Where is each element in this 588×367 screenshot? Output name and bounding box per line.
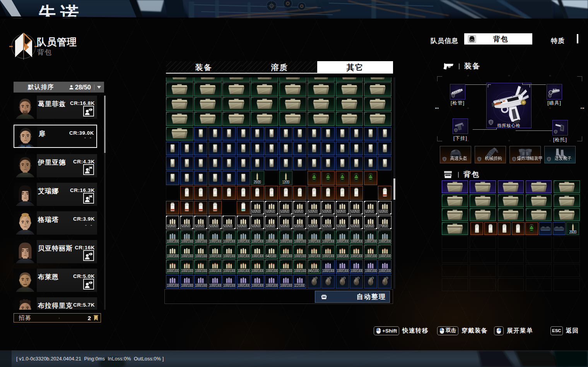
inventory-cell-a_tan[interactable]: 640/1000 [265, 245, 278, 259]
inventory-cell-can[interactable] [350, 186, 363, 200]
member-badge[interactable] [83, 193, 94, 204]
inventory-cell-silver[interactable] [350, 127, 363, 141]
inventory-cell-a_blu[interactable]: 1000/1000 [336, 230, 349, 244]
inventory-cell-boxp[interactable] [470, 180, 496, 193]
member-row-4[interactable]: 艾瑞娜 CR:16.3K [14, 183, 97, 206]
inventory-cell-box[interactable] [364, 97, 391, 111]
member-row-8[interactable]: 布拉得里克 CR:5.7K [14, 297, 97, 310]
inventory-cell-med[interactable] [209, 201, 222, 215]
inventory-cell-box[interactable] [442, 222, 468, 235]
inventory-cell-silver[interactable] [308, 156, 321, 170]
inventory-cell-can[interactable] [180, 186, 193, 200]
inventory-cell-can[interactable] [279, 186, 292, 200]
inventory-cell-gren[interactable] [364, 275, 377, 289]
gear-card-4[interactable]: 迸发靴子 [544, 146, 576, 163]
inventory-cell-box[interactable] [526, 194, 552, 207]
member-row-1[interactable]: 葛里菲兹 CR:16.8K [14, 96, 97, 119]
inventory-cell-a_blu[interactable]: 1000/1000 [194, 230, 207, 244]
inventory-cell-silver[interactable] [265, 156, 278, 170]
inventory-cell-a_tan_w[interactable]: 500/500 [378, 201, 391, 215]
inventory-cell-a_blu[interactable]: 1000/1000 [279, 230, 292, 244]
inventory-cell-a_tan_w[interactable]: 500/500 [350, 201, 363, 215]
inventory-cell-gren[interactable] [308, 275, 321, 289]
inventory-cell-silver[interactable] [293, 127, 306, 141]
inventory-cell-a_pur[interactable]: 1000/1000 [209, 275, 222, 289]
inventory-cell-a_tan_w[interactable]: 500/500 [321, 216, 335, 230]
inventory-cell-box[interactable] [526, 208, 552, 221]
inventory-cell-a_red[interactable]: 1000/1000 [308, 245, 321, 259]
inventory-cell-gcan[interactable] [336, 171, 349, 185]
inventory-cell-a_pur[interactable]: 1000/1000 [364, 260, 377, 274]
inventory-cell-a_tan_w[interactable]: 500/500 [279, 216, 292, 230]
inventory-cell-can[interactable] [293, 186, 306, 200]
inventory-cell-silver[interactable] [265, 127, 278, 141]
inventory-cell-silver[interactable] [336, 142, 349, 156]
inventory-cell-silver[interactable] [166, 171, 179, 185]
inventory-cell-a_tan_w[interactable]: 500/500 [321, 201, 335, 215]
inventory-cell-a_tan[interactable]: 1000/1000 [194, 245, 207, 259]
inventory-cell-box[interactable] [166, 97, 193, 111]
inventory-cell-a_pur[interactable]: 322/1000 [293, 275, 306, 289]
inventory-cell-silver[interactable] [237, 171, 250, 185]
inventory-cell-box[interactable] [166, 77, 193, 82]
inventory-cell-silver[interactable] [222, 127, 236, 141]
inventory-cell-a_blu[interactable]: 1000/1000 [237, 230, 250, 244]
inventory-cell-silver[interactable] [308, 142, 321, 156]
inventory-cell-box[interactable] [470, 208, 496, 221]
inventory-cell-silver[interactable] [293, 142, 306, 156]
inventory-cell-can[interactable] [321, 186, 335, 200]
inventory-cell-box[interactable] [308, 77, 335, 82]
inventory-cell-silver[interactable] [378, 156, 391, 170]
inventory-cell-box[interactable] [364, 112, 391, 126]
inventory-cell-gren[interactable] [350, 275, 363, 289]
inventory-cell-a_red[interactable]: 1000/1000 [293, 245, 306, 259]
inventory-cell-a_red[interactable]: 1000/1000 [378, 245, 391, 259]
inventory-cell-sw[interactable] [553, 222, 566, 235]
member-badge[interactable] [83, 106, 94, 117]
inventory-cell-silver[interactable] [180, 156, 193, 170]
inventory-cell-silver[interactable] [222, 156, 236, 170]
inventory-cell-silver[interactable] [194, 127, 207, 141]
inventory-cell-a_red[interactable]: 1000/1000 [279, 260, 292, 274]
inventory-cell-a_red[interactable]: 1000/1000 [279, 245, 292, 259]
tab-member-info[interactable]: 队员信息 [431, 36, 458, 45]
inventory-cell-box[interactable] [251, 112, 278, 126]
inventory-cell-a_tan_w[interactable]: 500/500 [350, 216, 363, 230]
member-row-3[interactable]: 伊里亚德 CR:4.3K [14, 154, 97, 177]
inventory-cell-can[interactable] [209, 186, 222, 200]
inventory-cell-a_red[interactable]: 1000/1000 [166, 260, 179, 274]
gear-card-1[interactable]: 高速头盔 [440, 146, 471, 163]
inventory-cell-a_tan_w[interactable]: 500/500 [265, 216, 278, 230]
inventory-cell-silver[interactable] [209, 156, 222, 170]
weapon-slot-3[interactable] [453, 118, 468, 134]
inventory-cell-rkt[interactable]: 20/20 [566, 222, 579, 235]
inventory-cell-box[interactable] [251, 82, 278, 96]
member-row-5[interactable]: 格瑞塔 CR:3.9K- - [14, 211, 97, 235]
inventory-cell-a_tan_w[interactable]: 500/500 [265, 201, 278, 215]
inventory-cell-a_red[interactable]: 1000/1000 [336, 245, 349, 259]
gear-card-3[interactable]: 爆炸增幅装甲 [509, 146, 541, 163]
inventory-cell-silver[interactable] [308, 127, 321, 141]
inventory-cell-box[interactable] [308, 112, 335, 126]
inventory-cell-silver[interactable] [251, 156, 264, 170]
inventory-cell-med[interactable] [166, 201, 179, 215]
inventory-cell-a_pur[interactable]: 1000/1000 [378, 260, 391, 274]
inventory-cell-can[interactable] [308, 186, 321, 200]
inventory-cell-gren[interactable] [321, 275, 335, 289]
inventory-cell-box[interactable] [336, 82, 363, 96]
inventory-cell-a_pur[interactable]: 1000/1000 [166, 275, 179, 289]
inventory-cell-box[interactable] [336, 77, 363, 82]
inventory-cell-a_blu[interactable]: 1000/1000 [378, 230, 391, 244]
inventory-cell-silver[interactable] [222, 142, 236, 156]
inventory-cell-gren[interactable] [336, 275, 349, 289]
inventory-cell-a_tan_w[interactable]: 500/500 [194, 216, 207, 230]
auto-sort-button[interactable]: 自动整理 [315, 291, 390, 303]
inventory-cell-gcan[interactable] [321, 171, 335, 185]
inventory-cell-box[interactable] [308, 82, 335, 96]
inventory-cell-a_red[interactable]: 1000/1000 [237, 260, 250, 274]
inventory-cell-box[interactable] [554, 194, 580, 207]
inventory-cell-gcan[interactable] [525, 222, 538, 235]
inventory-cell-box[interactable] [194, 82, 222, 96]
inventory-cell-a_tan[interactable]: 1000/1000 [180, 245, 193, 259]
inventory-cell-boxp[interactable] [526, 180, 552, 193]
